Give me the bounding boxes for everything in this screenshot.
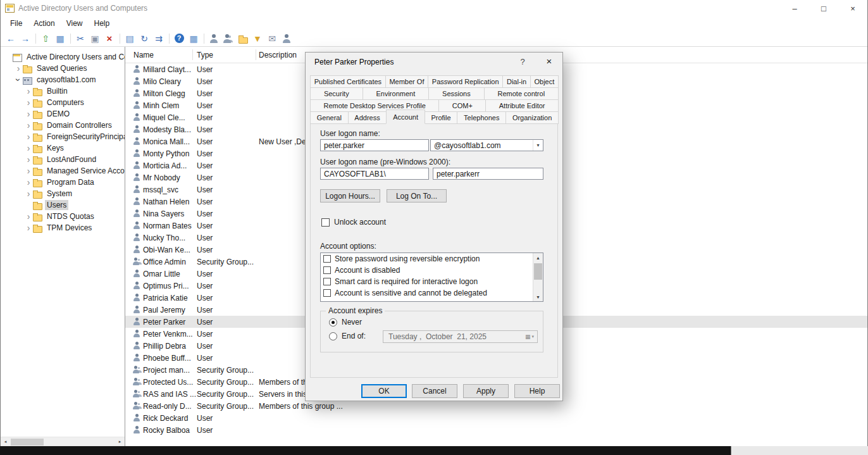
column-divider[interactable] [192,49,193,60]
column-header-name[interactable]: Name [133,47,154,63]
dialog-tab[interactable]: Sessions [428,87,484,100]
account-option-checkbox[interactable] [323,266,331,274]
minimize-button[interactable]: – [780,0,809,16]
separator[interactable] [166,32,171,45]
tree-item[interactable]: cayosoftlab1.com [1,74,125,85]
show-console-tree-icon[interactable]: ▦ [53,32,67,45]
tree-expander-icon[interactable] [14,75,23,84]
scroll-up-icon[interactable]: ▲ [533,253,543,262]
tree-expander-icon[interactable] [24,98,33,107]
dialog-tab[interactable]: Organization [505,111,559,124]
dialog-tab[interactable]: Attribute Editor [485,99,559,112]
menu-file[interactable]: File [4,18,28,29]
scroll-left-icon[interactable]: ◂ [1,437,10,447]
separator[interactable] [201,32,206,45]
separator[interactable] [33,32,38,45]
table-row[interactable]: Read-only D... Security Group... Members… [125,400,867,412]
properties-icon[interactable]: ▤ [123,32,137,45]
tree-item[interactable]: Active Directory Users and Com [1,51,125,63]
up-one-level-icon[interactable]: ⇧ [39,32,53,45]
table-row[interactable]: Rick Deckard User [125,412,867,424]
calendar-dropdown-icon[interactable]: ▦ ▾ [522,331,537,342]
mail-icon[interactable]: ✉ [265,32,279,45]
end-of-radio[interactable] [329,332,337,340]
dialog-tab[interactable]: General [310,111,349,124]
tree-expander-icon[interactable] [14,64,23,73]
tree-item[interactable]: DEMO [1,108,125,120]
back-icon[interactable]: ← [4,32,18,45]
tree-item[interactable]: Builtin [1,85,125,97]
tree-expander-icon[interactable] [24,155,33,164]
account-option-checkbox[interactable] [323,289,331,297]
cut-icon[interactable]: ✂ [73,32,87,45]
domain-suffix-dropdown[interactable]: @cayosoftlab1.com ▾ [430,139,543,151]
account-option-checkbox[interactable] [323,278,331,285]
tree-expander-icon[interactable] [24,178,33,187]
dialog-tab[interactable]: Address [348,111,387,124]
table-row[interactable]: Rocky Balboa User [125,424,867,436]
tree-expander-icon[interactable] [24,109,33,118]
dialog-tab[interactable]: Member Of [385,75,428,88]
dialog-tab[interactable]: Password Replication [428,75,503,88]
dialog-tab[interactable]: COM+ [438,99,486,112]
dialog-tab[interactable]: Published Certificates [310,75,386,88]
logon-hours-button[interactable]: Logon Hours... [320,189,380,203]
delete-icon[interactable]: × [102,32,116,45]
tree-item[interactable]: Keys [1,142,125,154]
dialog-tab[interactable]: Environment [363,87,430,100]
delegate-icon[interactable] [280,32,294,45]
never-radio[interactable] [329,318,337,327]
maximize-button[interactable]: □ [809,0,838,16]
account-option-item[interactable]: Smart card is required for interactive l… [321,276,543,287]
expiration-date-picker[interactable]: Tuesday , October 21, 2025 ▦ ▾ [383,330,538,343]
export-list-icon[interactable]: ⇉ [152,32,166,45]
dialog-tab[interactable]: Dial-in [502,75,531,88]
scroll-right-icon[interactable]: ▸ [115,437,125,447]
dialog-tab[interactable]: Security [310,87,363,100]
dialog-tab[interactable]: Remote control [484,87,559,100]
tree-item[interactable]: NTDS Quotas [1,211,125,222]
new-group-icon[interactable] [221,32,235,45]
tree-item[interactable]: Managed Service Accour [1,165,125,177]
chevron-down-icon[interactable]: ▾ [533,140,543,151]
dialog-help-button[interactable]: ? [517,57,528,66]
apply-button[interactable]: Apply [463,384,509,398]
tree-expander-icon[interactable] [24,212,33,221]
view-list-icon[interactable]: ▦ [187,32,201,45]
dialog-tab[interactable]: Account [386,109,425,124]
scrollbar-thumb[interactable] [11,439,44,446]
help-icon[interactable]: ? [172,32,186,45]
tree-item[interactable]: ForeignSecurityPrincipals [1,131,125,142]
account-option-item[interactable]: Account is disabled [321,265,543,276]
column-divider[interactable] [256,49,256,60]
refresh-icon[interactable]: ↻ [137,32,151,45]
tree-item[interactable]: Domain Controllers [1,120,125,131]
tree-item[interactable]: LostAndFound [1,154,125,165]
tree-item[interactable]: System [1,188,125,199]
menu-help[interactable]: Help [89,18,116,29]
options-vertical-scrollbar[interactable]: ▲ ▼ [533,253,543,301]
dialog-tab[interactable]: Telephones [457,111,506,124]
dialog-tab[interactable]: Profile [425,111,458,124]
scroll-down-icon[interactable]: ▼ [533,292,543,301]
account-option-checkbox[interactable] [323,255,331,263]
tree-expander-icon[interactable] [24,121,33,130]
pre-windows-2000-name-input[interactable]: peter.parkerr [433,168,543,180]
cancel-button[interactable]: Cancel [412,384,457,398]
unlock-account-checkbox[interactable] [321,218,330,227]
dialog-tab[interactable]: Object [530,75,559,88]
new-user-icon[interactable] [207,32,221,45]
filter-icon[interactable]: ▼ [251,32,264,45]
tree-expander-icon[interactable] [24,87,33,96]
separator[interactable] [68,32,73,45]
tree-expander-icon[interactable] [24,144,33,153]
tree-item[interactable]: Computers [1,97,125,108]
tree-item[interactable]: Users [1,199,125,211]
tree-expander-icon[interactable] [24,132,33,141]
tree-expander-icon[interactable] [24,189,33,198]
tree-expander-icon[interactable] [24,223,33,232]
user-logon-name-input[interactable]: peter.parker [320,139,429,151]
pre-windows-2000-domain-input[interactable]: CAYOSOFTLAB1\ [320,168,429,180]
account-option-item[interactable]: Store password using reversible encrypti… [321,253,543,265]
tree-expander-icon[interactable] [24,166,33,175]
